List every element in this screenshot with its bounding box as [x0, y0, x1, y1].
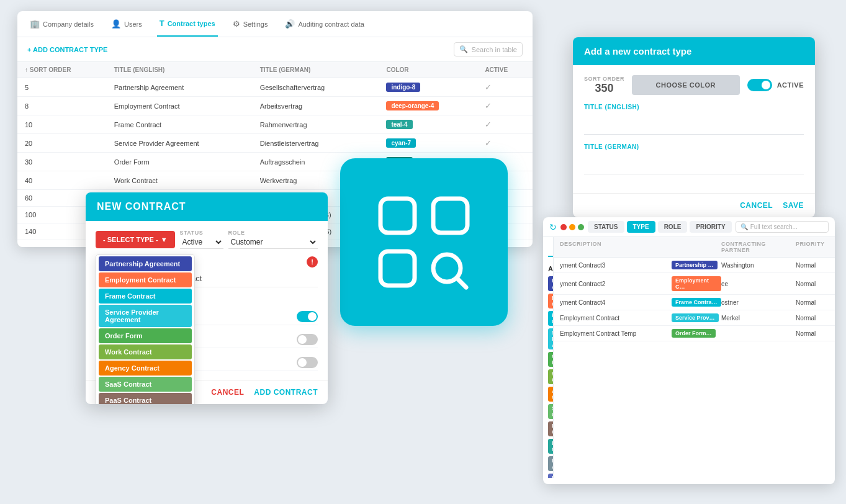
traffic-lights: [560, 224, 584, 230]
nav-company[interactable]: 🏢 Company details: [27, 11, 96, 37]
table-row: 20 Service Provider Agreement Dienstleis…: [17, 134, 533, 153]
add-dialog-body: SORT ORDER 350 CHOOSE COLOR ACTIVE TITLE…: [573, 65, 815, 193]
nc-add-button[interactable]: ADD CONTRACT: [254, 388, 318, 397]
role-label: ROLE: [228, 230, 318, 236]
col-sort-order: ↑ SORT ORDER: [17, 62, 107, 78]
sort-order-value: 350: [595, 82, 613, 95]
nav-contract-types[interactable]: T Contract types: [157, 11, 218, 37]
dropdown-item[interactable]: SaaS Contract: [99, 377, 192, 392]
refresh-button[interactable]: ↻: [549, 222, 557, 232]
title-de-label: TITLE (GERMAN): [584, 143, 804, 150]
col-title-en: TITLE (ENGLISH): [107, 62, 253, 78]
table-row: 5 Partnership Agreement Gesellschafterve…: [17, 78, 533, 97]
dropdown-item[interactable]: Partnership Agreement: [99, 256, 192, 271]
sort-order-box: SORT ORDER 350: [584, 76, 624, 95]
rw-table-panel: DESCRIPTION CONTRACTING PARTNER PRIORITY…: [554, 237, 835, 478]
dropdown-item[interactable]: Order Form: [99, 328, 192, 343]
add-contract-type-button[interactable]: + ADD CONTRACT TYPE: [27, 46, 107, 53]
col-active: ACTIVE: [477, 62, 533, 78]
filter-tab-priority[interactable]: PRIORITY: [690, 221, 731, 233]
dot-orange: [569, 224, 575, 230]
nav-users[interactable]: 👤 Users: [109, 11, 145, 37]
select-type-button[interactable]: - SELECT TYPE - ▼: [96, 231, 175, 248]
nc-top-row: - SELECT TYPE - ▼ STATUS Active ROLE Cus…: [96, 230, 318, 249]
rw-table-header: DESCRIPTION CONTRACTING PARTNER PRIORITY…: [554, 237, 835, 258]
col-title-de: TITLE (GERMAN): [253, 62, 379, 78]
rw-table-row: Employment Contract Service Prov… Merkel…: [554, 310, 835, 326]
center-graphic: [340, 158, 508, 326]
title-en-input[interactable]: [584, 113, 804, 135]
add-dialog-header: Add a new contract type: [573, 37, 815, 65]
rw-table-row: yment Contract3 Partnership … Washington…: [554, 258, 835, 273]
users-icon: 👤: [111, 19, 121, 29]
svg-line-4: [457, 278, 466, 287]
status-field: STATUS Active: [180, 230, 223, 249]
dialog-save-button[interactable]: SAVE: [783, 201, 804, 210]
new-contract-body: - SELECT TYPE - ▼ STATUS Active ROLE Cus…: [86, 221, 328, 380]
company-icon: 🏢: [30, 19, 40, 29]
dropdown-item[interactable]: PaaS Contract: [99, 393, 192, 404]
sort-order-label: SORT ORDER: [584, 76, 624, 82]
add-dialog: Add a new contract type SORT ORDER 350 C…: [573, 37, 815, 217]
dialog-top-row: SORT ORDER 350 CHOOSE COLOR ACTIVE: [584, 75, 804, 95]
settings-icon: ⚙: [233, 19, 240, 29]
dot-green: [578, 224, 584, 230]
rw-main-content: TYPE ROLE PRIORITY All✓Partnership Agree…: [543, 237, 835, 478]
type-dropdown-list: Partnership AgreementEmployment Contract…: [96, 254, 195, 404]
new-contract-header: NEW CONTRACT: [86, 192, 328, 221]
dialog-footer: CANCEL SAVE: [573, 193, 815, 217]
toggle-1[interactable]: [297, 311, 318, 322]
contract-types-icon: T: [160, 19, 164, 28]
right-window: ↻ STATUS TYPE ROLE PRIORITY 🔍 Full text …: [543, 217, 835, 484]
active-label: ACTIVE: [777, 81, 804, 89]
title-en-group: TITLE (ENGLISH): [584, 104, 804, 135]
dropdown-item[interactable]: Frame Contract: [99, 289, 192, 304]
status-select[interactable]: Active: [180, 236, 223, 249]
type-filter-panel: TYPE ROLE PRIORITY All✓Partnership Agree…: [543, 237, 554, 478]
active-toggle[interactable]: [747, 79, 772, 91]
title-de-group: TITLE (GERMAN): [584, 143, 804, 174]
auditing-icon: 🔊: [285, 19, 295, 29]
dropdown-item[interactable]: Agency Contract: [99, 361, 192, 376]
nav-bar: 🏢 Company details 👤 Users T Contract typ…: [17, 11, 533, 37]
rw-table-body: yment Contract3 Partnership … Washington…: [554, 258, 835, 430]
dialog-cancel-button[interactable]: CANCEL: [740, 201, 773, 210]
dot-red: [560, 224, 567, 230]
nav-auditing[interactable]: 🔊 Auditing contract data: [282, 11, 366, 37]
new-contract-dialog: NEW CONTRACT - SELECT TYPE - ▼ STATUS Ac…: [86, 192, 328, 404]
sub-tab-type[interactable]: TYPE: [548, 243, 554, 257]
role-select[interactable]: Customer: [228, 236, 318, 249]
search-icon: 🔍: [459, 45, 468, 53]
rw-table-row: Employment Contract Temp Order Form… Nor…: [554, 326, 835, 341]
toggle-2[interactable]: [297, 334, 318, 345]
svg-rect-1: [433, 199, 467, 233]
status-label: STATUS: [180, 230, 223, 236]
active-toggle-row: ACTIVE: [747, 79, 804, 91]
toolbar: + ADD CONTRACT TYPE 🔍 Search in table: [17, 37, 533, 62]
col-color: COLOR: [379, 62, 477, 78]
rw-table-row: yment Contract4 Frame Contra… ostner Nor…: [554, 295, 835, 310]
rw-search-icon: 🔍: [740, 223, 748, 230]
dropdown-item[interactable]: Employment Contract: [99, 272, 192, 287]
dropdown-item[interactable]: Work Contract: [99, 344, 192, 359]
filter-tab-status[interactable]: STATUS: [588, 221, 624, 233]
dropdown-item[interactable]: Service Provider Agreement: [99, 305, 192, 327]
svg-rect-2: [380, 251, 415, 286]
filter-tabs-row: STATUS TYPE ROLE PRIORITY: [588, 221, 732, 233]
toggle-3[interactable]: [297, 357, 318, 368]
nc-cancel-button[interactable]: CANCEL: [211, 388, 244, 397]
table-row: 8 Employment Contract Arbeitsvertrag dee…: [17, 97, 533, 115]
app-logo-graphic: [374, 192, 474, 292]
role-field: ROLE Customer: [228, 230, 318, 249]
rw-table-row: yment Contract2 Employment C… ee Normal …: [554, 273, 835, 295]
error-icon: !: [307, 256, 318, 268]
rw-filter-bar: ↻ STATUS TYPE ROLE PRIORITY 🔍 Full text …: [543, 217, 835, 237]
title-de-input[interactable]: [584, 153, 804, 174]
svg-rect-0: [380, 199, 415, 233]
filter-tab-role[interactable]: ROLE: [658, 221, 688, 233]
filter-tab-type[interactable]: TYPE: [627, 221, 655, 233]
choose-color-button[interactable]: CHOOSE COLOR: [632, 75, 740, 95]
title-en-label: TITLE (ENGLISH): [584, 104, 804, 110]
nav-settings[interactable]: ⚙ Settings: [230, 11, 271, 37]
table-row: 10 Frame Contract Rahmenvertrag teal-4 ✓: [17, 115, 533, 134]
